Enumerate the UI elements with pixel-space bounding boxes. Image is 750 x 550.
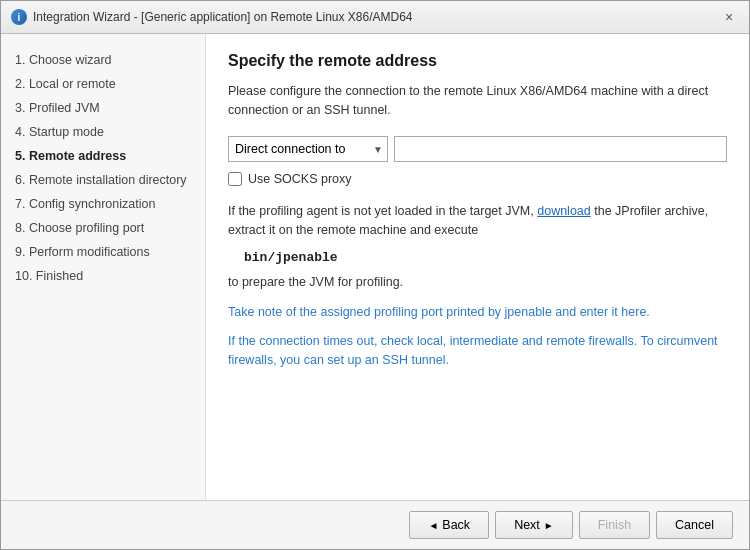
sidebar-item-remote-address[interactable]: 5. Remote address xyxy=(11,144,195,168)
sidebar-item-finished[interactable]: 10. Finished xyxy=(11,264,195,288)
next-button[interactable]: Next ► xyxy=(495,511,573,539)
finish-button[interactable]: Finish xyxy=(579,511,650,539)
info-section-2: to prepare the JVM for profiling. xyxy=(228,273,727,292)
socks-proxy-checkbox[interactable] xyxy=(228,172,242,186)
cancel-label: Cancel xyxy=(675,518,714,532)
sidebar-item-profiled-jvm[interactable]: 3. Profiled JVM xyxy=(11,96,195,120)
socks-proxy-label[interactable]: Use SOCKS proxy xyxy=(248,172,352,186)
sidebar-item-startup-mode[interactable]: 4. Startup mode xyxy=(11,120,195,144)
next-arrow-icon: ► xyxy=(544,520,554,531)
socks-proxy-row: Use SOCKS proxy xyxy=(228,172,727,186)
content-area: Specify the remote address Please config… xyxy=(206,34,749,500)
main-window: i Integration Wizard - [Generic applicat… xyxy=(0,0,750,550)
title-bar-left: i Integration Wizard - [Generic applicat… xyxy=(11,9,413,25)
footer: ◄ Back Next ► Finish Cancel xyxy=(1,500,749,549)
main-content: 1. Choose wizard2. Local or remote3. Pro… xyxy=(1,34,749,500)
window-title: Integration Wizard - [Generic applicatio… xyxy=(33,10,413,24)
info-section-4: If the connection times out, check local… xyxy=(228,332,727,371)
download-link[interactable]: download xyxy=(537,204,591,218)
dropdown-wrapper: Direct connection toSSH tunnel to ▼ xyxy=(228,136,388,162)
sidebar-item-config-sync[interactable]: 7. Config synchronization xyxy=(11,192,195,216)
connection-type-dropdown[interactable]: Direct connection toSSH tunnel to xyxy=(228,136,388,162)
next-label: Next xyxy=(514,518,540,532)
remote-address-input[interactable] xyxy=(394,136,727,162)
close-button[interactable]: × xyxy=(719,7,739,27)
description: Please configure the connection to the r… xyxy=(228,82,727,120)
back-label: Back xyxy=(442,518,470,532)
sidebar-item-local-remote[interactable]: 2. Local or remote xyxy=(11,72,195,96)
connection-row: Direct connection toSSH tunnel to ▼ xyxy=(228,136,727,162)
info1-text: If the profiling agent is not yet loaded… xyxy=(228,204,534,218)
app-icon: i xyxy=(11,9,27,25)
info-section-1: If the profiling agent is not yet loaded… xyxy=(228,202,727,241)
page-title: Specify the remote address xyxy=(228,52,727,70)
finish-label: Finish xyxy=(598,518,631,532)
sidebar-item-remote-install-dir[interactable]: 6. Remote installation directory xyxy=(11,168,195,192)
sidebar-item-choose-wizard[interactable]: 1. Choose wizard xyxy=(11,48,195,72)
cancel-button[interactable]: Cancel xyxy=(656,511,733,539)
info-section-3: Take note of the assigned profiling port… xyxy=(228,303,727,322)
back-button[interactable]: ◄ Back xyxy=(409,511,489,539)
sidebar-item-profiling-port[interactable]: 8. Choose profiling port xyxy=(11,216,195,240)
title-bar: i Integration Wizard - [Generic applicat… xyxy=(1,1,749,34)
code-block: bin/jpenable xyxy=(244,250,727,265)
sidebar-item-perform-mods[interactable]: 9. Perform modifications xyxy=(11,240,195,264)
back-arrow-icon: ◄ xyxy=(428,520,438,531)
sidebar: 1. Choose wizard2. Local or remote3. Pro… xyxy=(1,34,206,500)
